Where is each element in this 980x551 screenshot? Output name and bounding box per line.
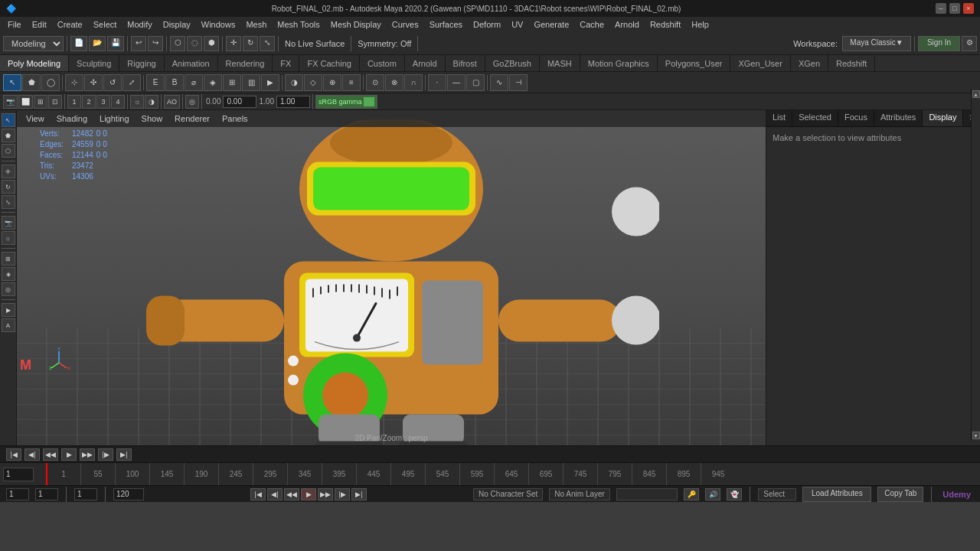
move-btn[interactable]: ✣: [84, 74, 103, 91]
vp-menu-lighting[interactable]: Lighting: [96, 112, 132, 125]
merge-btn[interactable]: ◈: [204, 74, 222, 91]
scroll-up-btn[interactable]: ▲: [972, 90, 980, 98]
timeline[interactable]: 1 55 100 145 190 245 295 345 395 445 495…: [0, 462, 980, 485]
menu-create[interactable]: Create: [53, 18, 87, 31]
move-lt-btn[interactable]: ✛: [2, 165, 15, 178]
menu-mesh-tools[interactable]: Mesh Tools: [273, 18, 324, 31]
menu-curves[interactable]: Curves: [387, 18, 423, 31]
tab-fx-caching[interactable]: FX Caching: [299, 55, 359, 72]
edge-btn[interactable]: —: [447, 74, 466, 91]
next-frame-btn[interactable]: |▶: [98, 448, 113, 461]
rp-tab-display[interactable]: Display: [923, 110, 963, 126]
snap3-lt-btn[interactable]: ◎: [2, 282, 15, 296]
rotate-tool-btn[interactable]: ↻: [243, 36, 258, 51]
scale-btn2[interactable]: ⤢: [122, 74, 141, 91]
rp-tab-attributes[interactable]: Attributes: [874, 110, 923, 126]
vp-menu-shading[interactable]: Shading: [54, 112, 90, 125]
subframe-input[interactable]: [74, 488, 97, 500]
viewport[interactable]: M Y X Z View Shading Lightin: [17, 110, 766, 445]
prev-frame-btn[interactable]: ◀|: [24, 448, 40, 461]
display1-btn[interactable]: 1: [67, 95, 81, 109]
save-btn[interactable]: 💾: [107, 36, 124, 51]
paint-select-btn[interactable]: ◯: [41, 74, 60, 91]
go-start-btn[interactable]: |◀: [6, 448, 21, 461]
copy-tab-btn[interactable]: Copy Tab: [877, 487, 923, 502]
menu-file[interactable]: File: [3, 18, 26, 31]
timeline-ruler[interactable]: 1 55 100 145 190 245 295 345 395 445 495…: [46, 463, 980, 485]
new-scene-btn[interactable]: 📄: [70, 36, 87, 51]
slide-btn[interactable]: ▶: [261, 74, 279, 91]
lasso-tool-btn[interactable]: ◌: [187, 36, 202, 51]
menu-arnold[interactable]: Arnold: [610, 18, 644, 31]
insert-loop-btn[interactable]: ▥: [242, 74, 260, 91]
menu-mesh-display[interactable]: Mesh Display: [326, 18, 386, 31]
transform-btn[interactable]: ⊹: [65, 74, 83, 91]
menu-select[interactable]: Select: [89, 18, 122, 31]
grid-btn[interactable]: ⊞: [34, 95, 47, 109]
menu-cache[interactable]: Cache: [575, 18, 609, 31]
attr-lt-btn[interactable]: A: [2, 318, 15, 332]
open-btn[interactable]: 📂: [89, 36, 106, 51]
sym-btn[interactable]: ⊣: [509, 74, 528, 91]
view-cube-btn[interactable]: ⬜: [18, 95, 33, 109]
target-weld-btn[interactable]: ⊕: [323, 74, 341, 91]
translate-input[interactable]: [223, 96, 256, 108]
isolate-btn[interactable]: ◎: [185, 95, 199, 109]
rp-tab-list[interactable]: List: [766, 110, 792, 126]
bool-btn[interactable]: ∩: [404, 74, 423, 91]
combine-btn[interactable]: ⊙: [366, 74, 384, 91]
tab-fx[interactable]: FX: [273, 55, 299, 72]
menu-display[interactable]: Display: [158, 18, 195, 31]
scroll-down-btn[interactable]: ▼: [972, 432, 980, 439]
move-tool-btn[interactable]: ✛: [226, 36, 241, 51]
maya-classic-dropdown[interactable]: Maya Classic▼: [842, 36, 911, 51]
scale-lt-btn[interactable]: ⤡: [2, 195, 15, 209]
pb-start2[interactable]: |◀: [250, 488, 266, 500]
soft-sel-btn[interactable]: ∿: [490, 74, 508, 91]
current-frame-input2[interactable]: [35, 488, 58, 500]
rot-btn[interactable]: ↺: [103, 74, 122, 91]
crease-btn[interactable]: ≡: [342, 74, 361, 91]
lasso-lt-btn[interactable]: ⬟: [2, 129, 15, 142]
tab-xgen[interactable]: XGen: [791, 55, 828, 72]
tab-gozbrush[interactable]: GoZBrush: [485, 55, 540, 72]
load-attributes-btn[interactable]: Load Attributes: [802, 487, 871, 502]
vp-menu-view[interactable]: View: [23, 112, 47, 125]
tab-redshift[interactable]: Redshift: [828, 55, 875, 72]
tab-mash[interactable]: MASH: [540, 55, 580, 72]
vp-menu-renderer[interactable]: Renderer: [172, 112, 213, 125]
paint-tool-btn[interactable]: ⬢: [204, 36, 219, 51]
vp-menu-show[interactable]: Show: [139, 112, 166, 125]
rp-tab-selected[interactable]: Selected: [792, 110, 838, 126]
gamma-btn[interactable]: sRGB gamma: [315, 95, 378, 109]
pb-fwd2[interactable]: ▶▶: [318, 488, 333, 500]
rotate-lt-btn[interactable]: ↻: [2, 180, 15, 194]
pb-playback2[interactable]: ◀◀: [284, 488, 299, 500]
menu-uv[interactable]: UV: [507, 18, 528, 31]
separate-btn[interactable]: ⊗: [385, 74, 403, 91]
scale-tool-btn[interactable]: ⤡: [260, 36, 275, 51]
menu-surfaces[interactable]: Surfaces: [425, 18, 467, 31]
vp-menu-panels[interactable]: Panels: [219, 112, 251, 125]
pb-next2[interactable]: |▶: [335, 488, 350, 500]
menu-edit[interactable]: Edit: [28, 18, 51, 31]
bridge-btn[interactable]: ⌀: [185, 74, 203, 91]
maximize-button[interactable]: □: [949, 3, 960, 14]
camera-btn[interactable]: 📷: [3, 95, 18, 109]
tab-rendering[interactable]: Rendering: [218, 55, 273, 72]
tab-motion-graphics[interactable]: Motion Graphics: [580, 55, 658, 72]
current-frame-input[interactable]: [3, 468, 34, 481]
tab-sculpting[interactable]: Sculpting: [69, 55, 119, 72]
play-btn[interactable]: ▶: [61, 448, 77, 461]
play-fwd-btn[interactable]: ▶▶: [80, 448, 95, 461]
anim-options-btn[interactable]: 🔑: [684, 488, 699, 500]
pb-prev2[interactable]: ◀|: [267, 488, 283, 500]
sign-in-btn[interactable]: Sign In: [918, 36, 960, 51]
range-end-input[interactable]: [113, 488, 144, 500]
light-lt-btn[interactable]: ☼: [2, 231, 15, 245]
display3-btn[interactable]: 3: [96, 95, 110, 109]
module-dropdown[interactable]: Modeling: [3, 36, 64, 51]
ao-btn[interactable]: AO: [164, 95, 180, 109]
scale-input[interactable]: [276, 96, 310, 108]
rp-tab-focus[interactable]: Focus: [838, 110, 874, 126]
